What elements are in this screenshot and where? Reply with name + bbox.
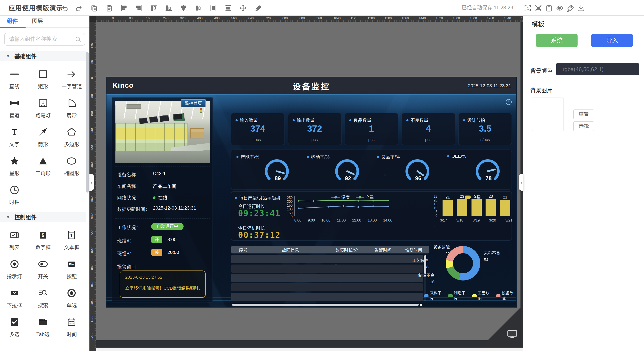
search-input[interactable] bbox=[5, 33, 85, 45]
dashboard-design[interactable]: Kinco 设备监控 2025-12-03 11:23:31 监控首页 bbox=[106, 77, 516, 307]
component-item-checkbox[interactable]: 多选 bbox=[0, 312, 29, 341]
component-item-pipe[interactable]: 管道 bbox=[0, 93, 29, 122]
align-bottom-icon[interactable] bbox=[161, 0, 176, 16]
table-row[interactable] bbox=[231, 274, 423, 282]
component-item-switch[interactable]: 开关 bbox=[29, 254, 58, 283]
component-label: 矩形 bbox=[38, 82, 48, 89]
bar-value: 21 bbox=[446, 195, 450, 199]
component-item-text[interactable]: T文字 bbox=[0, 122, 29, 151]
undo-icon[interactable] bbox=[57, 0, 72, 16]
component-item-polygon[interactable]: 多边形 bbox=[57, 122, 86, 151]
component-item-text-box[interactable]: T文本框 bbox=[57, 225, 86, 254]
table-row[interactable] bbox=[231, 255, 423, 263]
rect-icon bbox=[38, 68, 48, 80]
app-title: 应用使用模版演示 bbox=[8, 0, 63, 16]
ruler-label: 80 bbox=[90, 94, 94, 98]
bg-color-input[interactable]: rgba(46,50,62,1) bbox=[556, 63, 639, 76]
component-item-indicator[interactable]: 指示灯 bbox=[0, 254, 29, 283]
select-button[interactable]: 选择 bbox=[573, 122, 594, 131]
sidebar-scrollbar[interactable] bbox=[86, 52, 88, 192]
photo-monitor bbox=[173, 113, 185, 122]
slice-label: 工艺缺陷 bbox=[412, 257, 428, 264]
component-item-marquee[interactable]: T跑马灯 bbox=[29, 93, 58, 122]
fit-screen-icon[interactable] bbox=[533, 0, 544, 16]
bar-value: 23 bbox=[488, 194, 493, 198]
text-icon: T bbox=[9, 126, 20, 138]
component-item-list[interactable]: 列表 bbox=[0, 225, 29, 254]
component-item-sector[interactable]: 扇形 bbox=[57, 93, 86, 122]
component-item-arrow[interactable]: 箭形 bbox=[29, 122, 58, 151]
component-item-dropdown[interactable]: 下拉框 bbox=[0, 283, 29, 312]
paste-icon[interactable] bbox=[101, 0, 116, 16]
download-icon[interactable] bbox=[576, 0, 586, 16]
align-center-h-icon[interactable] bbox=[176, 0, 191, 16]
align-top-icon[interactable] bbox=[146, 0, 161, 16]
component-item-tab[interactable]: Tab选 bbox=[29, 312, 58, 341]
legend-item[interactable]: 工艺缺陷 bbox=[472, 290, 492, 301]
align-center-v-icon[interactable] bbox=[191, 0, 206, 16]
component-item-triangle[interactable]: 三角形 bbox=[29, 151, 58, 180]
component-item-star[interactable]: 星形 bbox=[0, 151, 29, 180]
component-item-ellipse[interactable]: 椭圆形 bbox=[57, 151, 86, 180]
tab-layers[interactable]: 图层 bbox=[32, 16, 43, 27]
device-info-row: 设备名称：C42-1 bbox=[112, 171, 214, 179]
component-item-number-box[interactable]: 5数字框 bbox=[29, 225, 58, 254]
save-icon[interactable] bbox=[544, 0, 554, 16]
component-item-radio[interactable]: 单选 bbox=[57, 283, 86, 312]
canvas-workspace[interactable]: Kinco 设备监控 2025-12-03 11:23:31 监控首页 bbox=[96, 22, 523, 351]
axis-tick: 3/19 bbox=[472, 218, 480, 222]
distribute-v-icon[interactable] bbox=[221, 0, 236, 16]
svg-text:96: 96 bbox=[415, 175, 422, 182]
component-item-clock[interactable]: 时钟 bbox=[0, 180, 29, 209]
component-label: 文本框 bbox=[64, 243, 80, 250]
sector-icon bbox=[66, 97, 77, 108]
resolution-icon[interactable]: 19201080 bbox=[522, 0, 533, 16]
active-tab-underline bbox=[0, 27, 26, 28]
component-item-search[interactable]: 搜索 bbox=[29, 283, 58, 312]
legend-item[interactable]: 制造不良 bbox=[448, 290, 468, 301]
collapse-left-handle[interactable]: ‹ bbox=[90, 174, 94, 191]
device-info-row: 网络状况：在线 bbox=[112, 194, 214, 202]
component-item-button[interactable]: Btn按钮 bbox=[57, 254, 86, 283]
table-row[interactable] bbox=[231, 293, 423, 301]
table-horizontal-scrollbar[interactable] bbox=[232, 304, 422, 306]
copy-icon[interactable] bbox=[86, 0, 101, 16]
table-row[interactable] bbox=[231, 264, 423, 272]
legend-item[interactable]: 设备故障 bbox=[496, 290, 516, 301]
monitor-icon[interactable] bbox=[507, 330, 517, 338]
component-item-calendar[interactable]: 时间 bbox=[57, 312, 86, 341]
slice-label: 设备故障 bbox=[434, 244, 450, 250]
tab-monitor-home[interactable]: 监控首页 bbox=[181, 99, 206, 107]
svg-text:89: 89 bbox=[275, 175, 281, 182]
pipe-icon bbox=[9, 97, 20, 108]
collapse-right-handle[interactable]: › bbox=[519, 174, 524, 191]
ruler-label: 1200 bbox=[368, 16, 374, 20]
shift-a-row: 班组A： 开 8:00 bbox=[112, 237, 214, 245]
import-button[interactable]: 导入 bbox=[591, 34, 633, 47]
redo-icon[interactable] bbox=[72, 0, 86, 16]
field-value: 2025-12-03 11:23:31 bbox=[153, 205, 196, 210]
reset-button[interactable]: 重置 bbox=[573, 110, 594, 119]
bar: 21 bbox=[442, 194, 453, 216]
component-item-rect[interactable]: 矩形 bbox=[29, 64, 58, 93]
system-button[interactable]: 系统 bbox=[536, 34, 578, 47]
component-item-straight-pipe[interactable]: 一字管道 bbox=[57, 64, 86, 93]
component-item-line[interactable]: 直线 bbox=[0, 64, 29, 93]
pen-icon[interactable] bbox=[250, 0, 265, 16]
preview-icon[interactable] bbox=[554, 0, 565, 16]
distribute-h-icon[interactable] bbox=[206, 0, 221, 16]
align-right-icon[interactable] bbox=[131, 0, 146, 16]
table-row[interactable] bbox=[231, 283, 423, 291]
bar: 21 bbox=[500, 194, 511, 216]
bullet-icon bbox=[236, 119, 238, 122]
align-left-icon[interactable] bbox=[116, 0, 131, 16]
publish-icon[interactable] bbox=[565, 0, 576, 16]
tab-components[interactable]: 组件 bbox=[7, 16, 18, 27]
ruler-label: 1600 bbox=[453, 16, 460, 20]
ruler-label: 1200 bbox=[90, 333, 94, 340]
section-header[interactable]: ▼控制组件 bbox=[0, 212, 86, 222]
bg-image-thumbnail[interactable] bbox=[532, 98, 564, 131]
section-header[interactable]: ▼基础组件 bbox=[0, 51, 86, 61]
legend-item[interactable]: 来料不良 bbox=[424, 290, 444, 301]
move-icon[interactable] bbox=[236, 0, 250, 16]
